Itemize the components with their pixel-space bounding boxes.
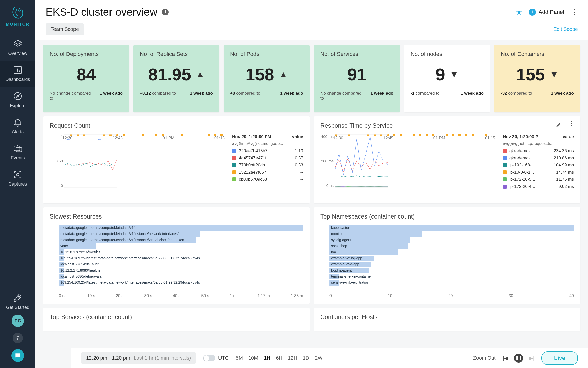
time-preset-12H[interactable]: 12H	[288, 355, 297, 361]
sidebar-item-get-started[interactable]: Get Started	[0, 289, 35, 315]
request-count-legend: Nov 20, 1:20:00 PMvalue avg(timeAvg(net.…	[232, 134, 303, 198]
legend-row[interactable]: cb00b5709c53--	[232, 177, 303, 182]
time-preset-1D[interactable]: 1D	[303, 355, 309, 361]
response-time-chart[interactable]: 400 ms 200 ms 0 ns 12:30 12:45 01 PM 01:…	[320, 134, 498, 198]
summary-card[interactable]: No. of nodes9▼-1 compared to1 week ago	[404, 45, 490, 112]
star-icon[interactable]: ★	[516, 8, 522, 16]
sidebar-item-explore[interactable]: Explore	[0, 87, 35, 113]
legend-row[interactable]: 15212ae7f657--	[232, 170, 303, 175]
panel-request-count[interactable]: Request Count 1 0.50 0 12:30	[43, 116, 310, 203]
legend-row[interactable]: ip-172-20-4...9.02 ms	[503, 184, 574, 189]
header-kebab-menu[interactable]: ⋮	[571, 10, 578, 14]
hbar-row[interactable]: terminal-shell-in-container	[329, 274, 574, 279]
hbar-row[interactable]: 169.254.169.254/latest/meta-data/network…	[59, 280, 303, 286]
panel-slowest-resources[interactable]: Slowest Resources metadata.google.intern…	[43, 207, 310, 304]
skip-back-icon[interactable]: |◀	[503, 355, 508, 361]
info-icon[interactable]: i	[162, 9, 169, 15]
live-button[interactable]: Live	[541, 351, 578, 365]
hbar-row[interactable]: localhost:7765/k8s_audit	[59, 262, 303, 267]
hbar-row[interactable]: sysdig-agent	[329, 237, 574, 243]
hbar-row[interactable]: sensitive-info-exfiltration	[329, 280, 574, 286]
hbar-row[interactable]: metadata.google.internal/computeMetadata…	[59, 231, 303, 237]
legend-row[interactable]: 4a45747e471f0.57	[232, 156, 303, 161]
hbar-label: n/a	[331, 250, 336, 254]
hbar-row[interactable]: monitoring	[329, 231, 574, 237]
panel-title: Slowest Resources	[50, 213, 303, 220]
legend-row[interactable]: ip-172-20-5...11.75 ms	[503, 177, 574, 182]
scope-pill[interactable]: Team Scope	[46, 23, 84, 35]
edit-scope-link[interactable]: Edit Scope	[553, 26, 578, 32]
card-title: No. of Deployments	[50, 51, 123, 57]
hbar-row[interactable]: vote/	[59, 243, 303, 249]
slowest-resources-chart[interactable]: metadata.google.internal/computeMetadata…	[50, 225, 303, 291]
time-preset-10M[interactable]: 10M	[248, 355, 258, 361]
hbar-row[interactable]: 169.254.169.254/latest/meta-data/network…	[59, 256, 303, 261]
hbar-row[interactable]: n/a	[329, 249, 574, 255]
legend-swatch	[232, 177, 236, 181]
brand-label: MONITOR	[6, 22, 30, 27]
brand[interactable]: › MONITOR	[6, 5, 30, 27]
timebar: 12:20 pm - 1:20 pm Last 1 hr (1 min inte…	[71, 348, 588, 368]
panel-containers-per-hosts[interactable]: Containers per Hosts	[314, 308, 580, 331]
summary-card[interactable]: No. of Deployments84No change compared t…	[43, 45, 129, 112]
toggle-switch[interactable]	[203, 355, 215, 361]
hbar-row[interactable]: logdna-agent	[329, 268, 574, 273]
legend-row[interactable]: 320ae7b415b71.10	[232, 148, 303, 154]
time-preset-2W[interactable]: 2W	[315, 355, 322, 361]
legend-swatch	[503, 170, 507, 174]
sidebar-item-captures[interactable]: Captures	[0, 165, 35, 191]
legend-row[interactable]: ip-192-168-...104.99 ms	[503, 163, 574, 168]
time-range-pill[interactable]: 12:20 pm - 1:20 pm Last 1 hr (1 min inte…	[81, 352, 196, 364]
zoom-out-button[interactable]: Zoom Out	[473, 355, 496, 361]
header: EKS-D cluster overview i ★ + Add Panel ⋮…	[35, 0, 588, 40]
summary-card[interactable]: No. of Services91No change compared to1 …	[314, 45, 400, 112]
avatar[interactable]: EC	[12, 315, 24, 327]
panel-kebab-menu[interactable]: ⋮	[568, 122, 574, 128]
summary-card[interactable]: No. of Replica Sets81.95▲+0.12 compared …	[133, 45, 219, 112]
hbar-row[interactable]: sock-shop	[329, 243, 574, 249]
panel-response-time[interactable]: Response Time by Service ⋮ 400 ms 200 m	[314, 116, 580, 203]
sidebar-item-alerts[interactable]: Alerts	[0, 113, 35, 139]
sidebar-item-overview[interactable]: Overview	[0, 35, 35, 61]
card-period: 1 week ago	[370, 91, 393, 96]
legend-row[interactable]: 773b0bff20da0.53	[232, 163, 303, 168]
time-preset-5M[interactable]: 5M	[236, 355, 243, 361]
legend-row[interactable]: gke-demo-...210.86 ms	[503, 156, 574, 161]
hbar-row[interactable]: localhost:8080/debug/vars	[59, 274, 303, 279]
time-presets: 5M10M1H6H12H1D2W	[236, 355, 322, 361]
hbar-label: example-java-app	[331, 262, 359, 266]
summary-card[interactable]: No. of Containers155▼-32 compared to1 we…	[494, 45, 580, 112]
legend-row[interactable]: gke-demo-...234.36 ms	[503, 148, 574, 154]
sidebar-item-dashboards[interactable]: Dashboards	[0, 61, 35, 87]
sidebar: › MONITOR Overview Dashboards Explore Al…	[0, 0, 35, 368]
panel-title: Request Count	[50, 122, 303, 129]
help-icon[interactable]: ?	[13, 333, 23, 343]
time-preset-6H[interactable]: 6H	[276, 355, 282, 361]
edit-icon[interactable]	[556, 122, 562, 128]
hbar-row[interactable]: 10.12.2.171:8080/healthz	[59, 268, 303, 273]
panel-title: Response Time by Service	[320, 122, 574, 129]
hbar-row[interactable]: 10.12.0.176:9216/metrics	[59, 249, 303, 255]
hbar-row[interactable]: metadata.google.internal/computeMetadata…	[59, 237, 303, 243]
utc-toggle[interactable]: UTC	[203, 355, 229, 361]
panel-top-services[interactable]: Top Services (container count)	[43, 308, 310, 331]
legend-name: 15212ae7f657	[239, 170, 279, 175]
panel-top-namespaces[interactable]: Top Namespaces (container count) kube-sy…	[314, 207, 580, 304]
legend-value: 1.10	[281, 148, 303, 154]
request-count-chart[interactable]: 1 0.50 0 12:30 12:45 01 PM 01:15	[50, 134, 227, 198]
top-namespaces-chart[interactable]: kube-systemmonitoringsysdig-agentsock-sh…	[320, 225, 574, 291]
skip-forward-icon[interactable]: ▶|	[529, 355, 534, 361]
legend-row[interactable]: ip-10-0-0-1...14.74 ms	[503, 170, 574, 175]
summary-card[interactable]: No. of Pods158▲+8 compared to1 week ago	[224, 45, 310, 112]
hbar-label: logdna-agent	[331, 268, 352, 272]
add-panel-button[interactable]: + Add Panel	[529, 9, 564, 16]
legend-swatch	[232, 156, 236, 160]
time-preset-1H[interactable]: 1H	[264, 355, 270, 361]
hbar-row[interactable]: kube-system	[329, 225, 574, 231]
hbar-row[interactable]: example-voting-app	[329, 256, 574, 261]
chat-icon[interactable]	[11, 349, 24, 362]
hbar-row[interactable]: metadata.google.internal/computeMetadata…	[59, 225, 303, 231]
hbar-row[interactable]: example-java-app	[329, 262, 574, 267]
sidebar-item-events[interactable]: Events	[0, 139, 35, 165]
pause-icon[interactable]: ❚❚	[514, 354, 523, 363]
